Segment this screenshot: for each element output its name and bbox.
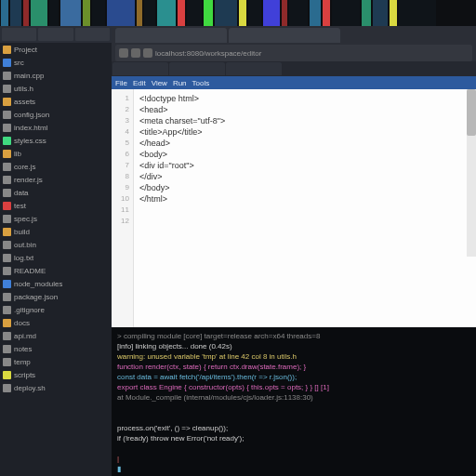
main-area: localhost:8080/workspace/editor FileEdit… bbox=[112, 26, 476, 476]
file-icon bbox=[3, 228, 11, 236]
file-label: main.cpp bbox=[14, 72, 44, 80]
reload-icon[interactable] bbox=[143, 48, 152, 58]
timeline-clip[interactable] bbox=[49, 0, 59, 26]
timeline-clip[interactable] bbox=[282, 0, 287, 26]
file-tree-item[interactable]: node_modules bbox=[0, 277, 112, 290]
file-tree-item[interactable]: log.txt bbox=[0, 251, 112, 264]
ribbon-item[interactable]: Run bbox=[173, 79, 187, 87]
timeline-clip[interactable] bbox=[248, 0, 261, 26]
file-icon bbox=[3, 215, 11, 223]
file-tree-item[interactable]: Project bbox=[0, 43, 112, 56]
file-tree-item[interactable]: notes bbox=[0, 342, 112, 355]
file-tree-item[interactable]: data bbox=[0, 186, 112, 199]
file-tree-item[interactable]: package.json bbox=[0, 290, 112, 303]
timeline-clip[interactable] bbox=[137, 0, 142, 26]
file-icon bbox=[3, 46, 11, 54]
terminal-line: ▮ bbox=[117, 464, 470, 474]
browser-tab[interactable] bbox=[229, 28, 340, 43]
sidebar-tab[interactable] bbox=[2, 28, 36, 41]
file-tree-item[interactable]: lib bbox=[0, 147, 112, 160]
file-icon bbox=[3, 59, 11, 67]
file-tree-item[interactable]: .gitignore bbox=[0, 303, 112, 316]
timeline-clip[interactable] bbox=[107, 0, 135, 26]
sidebar-tab[interactable] bbox=[75, 28, 110, 41]
timeline-clip[interactable] bbox=[144, 0, 155, 26]
timeline-clip[interactable] bbox=[390, 0, 397, 26]
timeline-clip[interactable] bbox=[289, 0, 308, 26]
file-tree-item[interactable]: test bbox=[0, 199, 112, 212]
file-tree-item[interactable]: main.cpp bbox=[0, 69, 112, 82]
line-number: 5 bbox=[112, 138, 133, 149]
file-tree-item[interactable]: spec.js bbox=[0, 212, 112, 225]
file-icon bbox=[3, 163, 11, 171]
timeline-clip[interactable] bbox=[1, 0, 8, 26]
file-label: package.json bbox=[14, 293, 58, 301]
file-tree-item[interactable]: core.js bbox=[0, 160, 112, 173]
timeline-clip[interactable] bbox=[31, 0, 47, 26]
file-tree-item[interactable]: src bbox=[0, 56, 112, 69]
timeline-clip[interactable] bbox=[362, 0, 371, 26]
line-number: 11 bbox=[112, 205, 133, 216]
code-line: </head> bbox=[139, 138, 470, 149]
timeline-clip[interactable] bbox=[204, 0, 213, 26]
timeline-clip[interactable] bbox=[323, 0, 330, 26]
file-label: .gitignore bbox=[14, 306, 45, 314]
editor-tab[interactable] bbox=[226, 62, 282, 75]
ribbon-item[interactable]: Tools bbox=[192, 79, 210, 87]
file-icon bbox=[3, 72, 11, 80]
timeline-clip[interactable] bbox=[310, 0, 321, 26]
timeline-track[interactable] bbox=[0, 0, 476, 26]
scrollbar-thumb[interactable] bbox=[467, 89, 476, 136]
file-tree-item[interactable]: render.js bbox=[0, 173, 112, 186]
file-tree-item[interactable]: styles.css bbox=[0, 134, 112, 147]
ribbon-item[interactable]: Edit bbox=[133, 79, 146, 87]
timeline-clip[interactable] bbox=[215, 0, 237, 26]
file-tree-item[interactable]: out.bin bbox=[0, 238, 112, 251]
ribbon-item[interactable]: File bbox=[115, 79, 127, 87]
timeline-clip[interactable] bbox=[83, 0, 90, 26]
file-tree-item[interactable]: scripts bbox=[0, 368, 112, 381]
timeline-clip[interactable] bbox=[332, 0, 360, 26]
timeline-clip[interactable] bbox=[239, 0, 246, 26]
timeline-clip[interactable] bbox=[92, 0, 105, 26]
file-tree-item[interactable]: assets bbox=[0, 95, 112, 108]
file-tree-item[interactable]: docs bbox=[0, 316, 112, 329]
code-editor[interactable]: 123456789101112 <!doctype html> <head> <… bbox=[112, 89, 476, 327]
file-icon bbox=[3, 358, 11, 366]
timeline-clip[interactable] bbox=[263, 0, 280, 26]
file-tree-item[interactable]: deploy.sh bbox=[0, 381, 112, 394]
file-tree-item[interactable]: utils.h bbox=[0, 82, 112, 95]
code-body[interactable]: <!doctype html> <head> <meta charset="ut… bbox=[134, 89, 476, 327]
file-tree-item[interactable]: build bbox=[0, 225, 112, 238]
terminal-line bbox=[117, 443, 470, 454]
editor-tab[interactable] bbox=[112, 62, 168, 75]
timeline-clip[interactable] bbox=[373, 0, 388, 26]
timeline-clip[interactable] bbox=[187, 0, 202, 26]
file-tree-item[interactable]: api.md bbox=[0, 329, 112, 342]
forward-icon[interactable] bbox=[131, 48, 140, 58]
timeline-clip[interactable] bbox=[23, 0, 29, 26]
back-icon[interactable] bbox=[119, 48, 128, 58]
timeline-clip[interactable] bbox=[399, 0, 436, 26]
terminal-panel[interactable]: > compiling module [core] target=release… bbox=[112, 327, 476, 476]
scrollbar-vertical[interactable] bbox=[467, 89, 476, 257]
timeline-clip[interactable] bbox=[178, 0, 185, 26]
file-tree-item[interactable]: temp bbox=[0, 355, 112, 368]
sidebar-tab[interactable] bbox=[38, 28, 73, 41]
timeline-clip[interactable] bbox=[157, 0, 176, 26]
code-line: </html> bbox=[139, 193, 470, 205]
file-tree-item[interactable]: README bbox=[0, 264, 112, 277]
browser-tab[interactable] bbox=[115, 28, 227, 43]
editor-tab[interactable] bbox=[169, 62, 225, 75]
timeline-clip[interactable] bbox=[60, 0, 81, 26]
file-tree-item[interactable]: config.json bbox=[0, 108, 112, 121]
timeline-clip[interactable] bbox=[10, 0, 21, 26]
code-line: <head> bbox=[139, 104, 470, 115]
ribbon-item[interactable]: View bbox=[152, 79, 167, 87]
file-label: notes bbox=[14, 345, 33, 353]
editor-tabs bbox=[112, 61, 476, 76]
terminal-line bbox=[117, 403, 470, 413]
file-label: spec.js bbox=[14, 215, 37, 223]
address-bar[interactable]: localhost:8080/workspace/editor bbox=[115, 45, 472, 61]
file-tree-item[interactable]: index.html bbox=[0, 121, 112, 134]
